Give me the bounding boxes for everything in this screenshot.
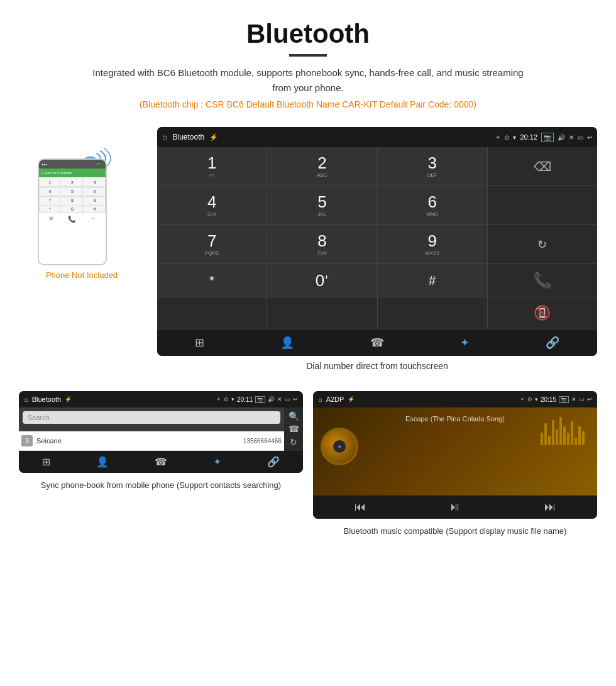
calls-tab-icon[interactable]: ☎ — [370, 336, 384, 350]
page-title: Bluetooth — [13, 19, 603, 49]
music-usb-icon: ⚡ — [348, 396, 355, 402]
bluetooth-status-icon: ✦ — [495, 134, 500, 141]
play-pause-button[interactable]: ⏯ — [449, 501, 461, 514]
contact-name: Seicane — [36, 437, 243, 445]
phone-dialpad: 1 2 3 4 5 6 7 8 9 * 0 # — [39, 179, 106, 213]
dial-key-8[interactable]: 8 TUV — [267, 225, 377, 263]
phonebook-right-sidebar: 🔍 ☎ ↻ — [284, 407, 303, 451]
dial-key-6[interactable]: 6 MNO — [378, 186, 487, 224]
phonebook-back-icon[interactable]: ↩ — [293, 396, 298, 402]
dial-key-empty-1: ⌫ — [488, 147, 597, 185]
dial-key-1[interactable]: 1 ○○ — [157, 147, 267, 185]
dial-key-empty-5 — [267, 297, 377, 329]
music-camera-icon[interactable]: 📷 — [559, 396, 569, 403]
dial-key-7[interactable]: 7 PQRS — [157, 225, 267, 263]
reload-sidebar-icon[interactable]: ↻ — [290, 437, 297, 447]
dial-topbar: ⌂ Bluetooth ⚡ ✦ ⊙ ▾ 20:12 📷 🔊 ✕ ▭ ↩ — [157, 127, 597, 147]
dial-key-hangup[interactable]: 📵 — [488, 297, 597, 329]
signal-icon: ▾ — [513, 134, 516, 141]
phone-home-area — [39, 264, 106, 265]
main-area: ⨷ — [0, 127, 616, 381]
phone-sidebar-icon[interactable]: ☎ — [289, 424, 299, 434]
dial-time: 20:12 — [520, 133, 537, 141]
dial-key-hash[interactable]: # — [378, 264, 487, 297]
dial-key-9[interactable]: 9 WXYZ — [378, 225, 487, 263]
music-back-icon[interactable]: ↩ — [587, 396, 592, 402]
search-sidebar-icon[interactable]: 🔍 — [289, 411, 299, 421]
dial-key-star[interactable]: * — [157, 264, 267, 297]
page-container: Bluetooth Integrated with BC6 Bluetooth … — [0, 0, 616, 550]
phone-section: ⨷ — [19, 127, 145, 280]
contacts-tab-icon[interactable]: 👤 — [280, 336, 294, 350]
volume-icon[interactable]: 🔊 — [558, 134, 565, 141]
pb-link-icon[interactable]: 🔗 — [267, 456, 280, 468]
music-close-icon[interactable]: ✕ — [571, 396, 576, 402]
dial-key-2[interactable]: 2 ABC — [267, 147, 377, 185]
dial-screen: ⌂ Bluetooth ⚡ ✦ ⊙ ▾ 20:12 📷 🔊 ✕ ▭ ↩ — [157, 127, 597, 356]
page-description: Integrated with BC6 Bluetooth module, su… — [88, 65, 528, 96]
phonebook-contact[interactable]: S Seicane 13566664466 — [19, 431, 284, 451]
phonebook-camera-icon[interactable]: 📷 — [255, 396, 265, 403]
music-location-icon: ⊙ — [527, 396, 532, 402]
phonebook-bottom-bar: ⊞ 👤 ☎ ✦ 🔗 — [19, 451, 303, 473]
phonebook-win-icon[interactable]: ▭ — [285, 396, 290, 402]
music-controls: ⏮ ⏯ ⏭ — [313, 495, 597, 519]
pb-contacts-icon[interactable]: 👤 — [96, 456, 109, 468]
camera-icon[interactable]: 📷 — [541, 133, 554, 142]
call-icon[interactable]: 📞 — [533, 272, 552, 289]
phonebook-close-icon[interactable]: ✕ — [277, 396, 282, 402]
page-header: Bluetooth Integrated with BC6 Bluetooth … — [0, 0, 616, 127]
backspace-icon[interactable]: ⌫ — [534, 159, 551, 174]
pb-calls-icon[interactable]: ☎ — [155, 456, 167, 468]
next-button[interactable]: ⏭ — [544, 501, 556, 514]
dial-key-4[interactable]: 4 GHI — [157, 186, 267, 224]
dial-screen-title: Bluetooth — [172, 133, 204, 141]
dial-key-5[interactable]: 5 JKL — [267, 186, 377, 224]
music-caption: Bluetooth music compatible (Support disp… — [344, 525, 567, 538]
pb-dialpad-icon[interactable]: ⊞ — [42, 456, 50, 468]
pb-bt-icon[interactable]: ✦ — [213, 456, 221, 468]
phonebook-home-icon[interactable]: ⌂ — [24, 396, 28, 403]
dial-key-empty-2 — [488, 186, 597, 224]
music-bt-symbol: ✦ — [337, 443, 342, 450]
music-screen: ⌂ A2DP ⚡ ✦ ⊙ ▾ 20:15 📷 ✕ ▭ ↩ — [313, 391, 597, 519]
music-bt-icon: ✦ — [520, 396, 525, 402]
phonebook-location-icon: ⊙ — [224, 396, 229, 402]
dial-key-empty-6 — [378, 297, 487, 329]
bluetooth-tab-icon[interactable]: ✦ — [460, 336, 470, 350]
phonebook-search[interactable]: Search — [23, 411, 280, 424]
reload-icon: ↻ — [537, 238, 547, 252]
page-specs: (Bluetooth chip : CSR BC6 Default Blueto… — [13, 99, 603, 109]
close-icon[interactable]: ✕ — [569, 134, 574, 141]
phonebook-inner: Search S Seicane 13566664466 🔍 ☎ ↻ — [19, 407, 303, 451]
music-win-icon[interactable]: ▭ — [579, 396, 585, 402]
music-song-title: Escape (The Pina Colada Song) — [405, 415, 505, 423]
music-equalizer — [541, 414, 585, 445]
phone-call-buttons: ⊠ 📞 ← — [39, 213, 106, 225]
prev-button[interactable]: ⏮ — [355, 501, 366, 514]
dial-key-reload[interactable]: ↻ — [488, 225, 597, 263]
music-title: A2DP — [326, 396, 344, 403]
music-signal-icon: ▾ — [535, 396, 538, 402]
phonebook-title: Bluetooth — [32, 396, 61, 403]
home-icon[interactable]: ⌂ — [162, 132, 167, 142]
link-tab-icon[interactable]: 🔗 — [546, 336, 559, 350]
phonebook-bt-icon: ✦ — [216, 396, 221, 402]
back-icon[interactable]: ↩ — [587, 134, 592, 141]
phone-screen: ●●● MYT + Add to Contacts 1 2 3 — [39, 160, 106, 264]
dial-key-0[interactable]: 0+ — [267, 264, 377, 297]
music-content: Escape (The Pina Colada Song) ✦ — [313, 407, 597, 495]
phonebook-signal-icon: ▾ — [231, 396, 234, 402]
bottom-panels: ⌂ Bluetooth ⚡ ✦ ⊙ ▾ 20:11 📷 🔊 ✕ ▭ ↩ — [0, 391, 616, 550]
window-icon[interactable]: ▭ — [578, 134, 583, 141]
location-icon: ⊙ — [504, 134, 509, 141]
dial-key-empty-3: 📞 — [488, 264, 597, 297]
search-area: Search — [19, 407, 284, 431]
music-home-icon[interactable]: ⌂ — [318, 396, 322, 403]
dial-key-3[interactable]: 3 DEF — [378, 147, 487, 185]
dial-screen-section: ⌂ Bluetooth ⚡ ✦ ⊙ ▾ 20:12 📷 🔊 ✕ ▭ ↩ — [157, 127, 597, 381]
phonebook-vol-icon[interactable]: 🔊 — [268, 396, 275, 402]
dialpad-tab-icon[interactable]: ⊞ — [195, 336, 204, 350]
phonebook-panel: ⌂ Bluetooth ⚡ ✦ ⊙ ▾ 20:11 📷 🔊 ✕ ▭ ↩ — [19, 391, 303, 538]
phonebook-main: Search S Seicane 13566664466 — [19, 407, 284, 451]
